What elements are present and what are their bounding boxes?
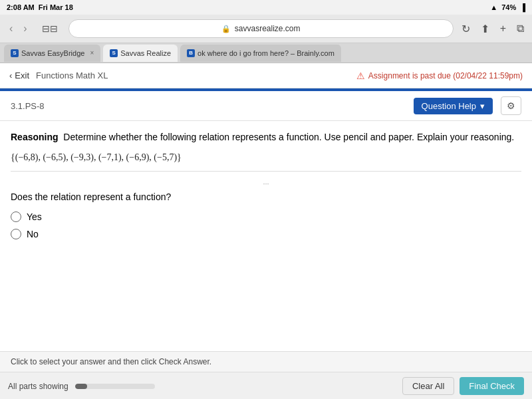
help-dropdown-icon: ▾: [480, 101, 485, 111]
date-display: Fri Mar 18: [39, 3, 73, 11]
all-parts-label: All parts showing: [8, 382, 68, 391]
option-no-label: No: [27, 229, 39, 239]
option-yes[interactable]: Yes: [11, 211, 521, 222]
settings-icon: ⚙: [507, 100, 515, 111]
footer-left: All parts showing: [8, 382, 155, 391]
clear-all-label: Clear All: [412, 381, 444, 391]
share-button[interactable]: ⬆: [478, 21, 492, 37]
instruction-bar: Click to select your answer and then cli…: [0, 351, 532, 372]
reasoning-label: Reasoning: [11, 132, 59, 142]
instruction-text: Click to select your answer and then cli…: [11, 357, 211, 366]
final-check-label: Final Check: [469, 381, 515, 391]
easybridge-favicon: S: [11, 49, 19, 57]
tab-easybridge-label: Savvas EasyBridge: [21, 49, 84, 57]
tab-easybridge[interactable]: S Savvas EasyBridge ×: [4, 45, 100, 62]
tab-realize[interactable]: S Savvas Realize: [103, 45, 178, 62]
assignment-due: ⚠ Assignment is past due (02/04/22 11:59…: [356, 70, 523, 81]
battery-icon: ▐: [520, 3, 525, 11]
battery-display: 74%: [501, 3, 516, 11]
question-prompt: Reasoning Determine whether the followin…: [11, 130, 521, 144]
url-text: savvasrealize.com: [235, 24, 301, 33]
exit-button[interactable]: ‹ Exit: [9, 70, 29, 80]
status-bar-left: 2:08 AM Fri Mar 18: [7, 3, 73, 11]
content-divider: [11, 171, 521, 172]
forward-nav-button[interactable]: ›: [19, 21, 31, 36]
exit-arrow-icon: ‹: [9, 70, 12, 80]
question-id: 3.1.PS-8: [11, 101, 45, 111]
settings-button[interactable]: ⚙: [501, 96, 521, 115]
browser-chrome: ‹ › ⊟⊟ 🔒 savvasrealize.com ↻ ⬆ + ⧉: [0, 15, 532, 43]
back-nav-button[interactable]: ‹: [5, 21, 17, 36]
progress-fill: [75, 384, 87, 389]
main-content: 3.1.PS-8 Question Help ▾ ⚙ Reasoning Det…: [0, 91, 532, 399]
lock-icon: 🔒: [221, 25, 231, 33]
nav-buttons: ‹ ›: [5, 21, 31, 36]
assignment-due-text: Assignment is past due (02/04/22 11:59pm…: [368, 71, 523, 80]
browser-toolbar: ‹ › ⊟⊟ 🔒 savvasrealize.com ↻ ⬆ + ⧉: [0, 15, 532, 43]
progress-track: [75, 384, 155, 389]
tab-realize-label: Savvas Realize: [120, 49, 171, 57]
realize-favicon: S: [110, 49, 118, 57]
question-header-actions: Question Help ▾ ⚙: [414, 96, 521, 115]
math-set: {(−6,8), (−6,5), (−9,3), (−7,1), (−6,9),…: [11, 152, 521, 163]
scroll-indicator: ···: [11, 180, 521, 188]
tabs-button[interactable]: ⧉: [514, 21, 527, 36]
status-bar: 2:08 AM Fri Mar 18 ▲ 74% ▐: [0, 0, 532, 15]
question-content: Reasoning Determine whether the followin…: [0, 121, 532, 255]
warning-icon: ⚠: [356, 70, 365, 81]
tabs-bar: S Savvas EasyBridge × S Savvas Realize B…: [0, 43, 532, 63]
breadcrumb: Functions Math XL: [36, 70, 108, 80]
footer-controls: All parts showing Clear All Final Check: [0, 372, 532, 399]
browser-actions: ↻ ⬆ + ⧉: [459, 21, 527, 37]
option-yes-label: Yes: [27, 211, 42, 222]
status-bar-right: ▲ 74% ▐: [490, 3, 525, 11]
clear-all-button[interactable]: Clear All: [402, 377, 454, 395]
footer-actions: Clear All Final Check: [402, 377, 524, 395]
wifi-icon: ▲: [490, 3, 497, 11]
reload-button[interactable]: ↻: [459, 21, 473, 37]
brainly-favicon: B: [187, 49, 195, 57]
tab-brainly-label: ok where do i go from here? – Brainly.co…: [198, 49, 334, 57]
address-bar[interactable]: 🔒 savvasrealize.com: [68, 19, 454, 38]
app-header-left: ‹ Exit Functions Math XL: [9, 70, 108, 80]
radio-yes-circle: [11, 211, 21, 222]
question-header: 3.1.PS-8 Question Help ▾ ⚙: [0, 91, 532, 121]
reader-view-button[interactable]: ⊟⊟: [37, 22, 63, 35]
reasoning-text: Determine whether the following relation…: [63, 132, 514, 142]
app-header: ‹ Exit Functions Math XL ⚠ Assignment is…: [0, 63, 532, 88]
final-check-button[interactable]: Final Check: [460, 377, 524, 395]
question-panel: 3.1.PS-8 Question Help ▾ ⚙ Reasoning Det…: [0, 91, 532, 351]
option-no[interactable]: No: [11, 229, 521, 239]
radio-no-circle: [11, 229, 21, 239]
exit-label: Exit: [15, 70, 29, 80]
add-tab-button[interactable]: +: [497, 21, 509, 36]
sub-question: Does the relation represent a function?: [11, 192, 521, 202]
question-help-button[interactable]: Question Help ▾: [414, 98, 493, 114]
question-help-label: Question Help: [422, 101, 476, 111]
tab-easybridge-close[interactable]: ×: [90, 49, 94, 57]
tab-brainly[interactable]: B ok where do i go from here? – Brainly.…: [180, 45, 341, 62]
time-display: 2:08 AM: [7, 3, 35, 11]
